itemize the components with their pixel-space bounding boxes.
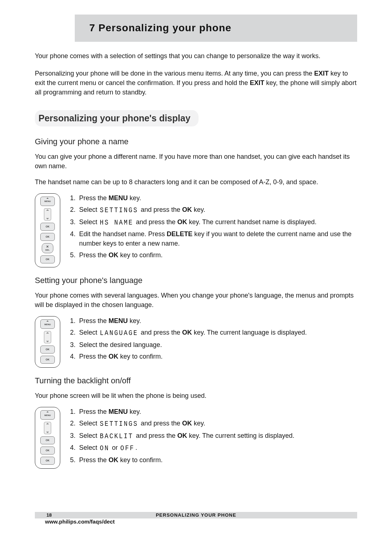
key-ok: OK	[109, 353, 118, 360]
sec2-steps-row: Press the MENU key. Select LANGUAGE and …	[35, 316, 357, 368]
text: .	[135, 444, 137, 451]
sec1-steps-row: ✕DEL Press the MENU key. Select SETTINGS…	[35, 193, 357, 267]
chapter-title-bar: 7 Personalizing your phone	[75, 15, 357, 42]
menu-key-icon	[40, 410, 55, 420]
step: Press the MENU key.	[77, 193, 357, 203]
sec1-p1: You can give your phone a different name…	[35, 152, 357, 171]
handset-keys-icon	[35, 316, 60, 368]
step: Select ON or OFF.	[77, 443, 294, 453]
ok-key-icon	[40, 346, 55, 354]
text: Press the	[79, 251, 109, 259]
text: Edit the handset name. Press	[79, 230, 167, 238]
key-exit: EXIT	[250, 79, 264, 86]
text: key. The current language is displayed.	[192, 329, 307, 336]
text: Select	[79, 432, 99, 439]
step: Select SETTINGS and press the OK key.	[77, 205, 357, 215]
intro-paragraph-2: Personalizing your phone will be done in…	[35, 69, 357, 97]
text: Press the	[79, 317, 109, 324]
text: key to confirm.	[118, 251, 163, 259]
scroll-key-icon	[44, 208, 51, 221]
scroll-key-icon	[44, 422, 51, 434]
key-ok: OK	[109, 456, 118, 464]
step: Select SETTINGS and press the OK key.	[77, 419, 294, 429]
text: Press the	[79, 194, 109, 202]
delete-key-icon: ✕DEL	[42, 243, 53, 253]
sec1-p2: The handset name can be up to 8 characte…	[35, 177, 357, 187]
text: key.	[128, 194, 141, 202]
text: Select	[79, 444, 99, 451]
text: Press the	[79, 408, 109, 415]
chapter-title: 7 Personalizing your phone	[89, 21, 232, 36]
lcd-text: ON	[99, 443, 110, 453]
sec2-p1: Your phone comes with several languages.…	[35, 291, 357, 310]
ok-key-icon	[40, 233, 55, 241]
sec3-steps-row: Press the MENU key. Select SETTINGS and …	[35, 407, 357, 469]
lcd-text: SETTINGS	[99, 419, 139, 429]
key-ok: OK	[182, 206, 192, 213]
step: Select HS NAME and press the OK key. The…	[77, 217, 357, 227]
key-delete: DELETE	[167, 230, 192, 238]
step: Select the desired language.	[77, 340, 307, 350]
sec3-steps: Press the MENU key. Select SETTINGS and …	[67, 407, 294, 467]
text: and press the	[134, 218, 177, 226]
key-ok: OK	[177, 432, 187, 439]
subheading-backlight: Turning the backlight on/off	[35, 375, 357, 387]
page: 7 Personalizing your phone Your phone co…	[0, 0, 392, 541]
intro-paragraph-1: Your phone comes with a selection of set…	[35, 51, 357, 61]
section-heading-display: Personalizing your phone's display	[35, 110, 199, 126]
ok-key-icon	[40, 457, 55, 465]
phone-key-icon	[35, 316, 60, 368]
text: Select	[79, 206, 99, 213]
key-exit: EXIT	[314, 70, 328, 77]
key-ok: OK	[182, 329, 192, 336]
lcd-text: OFF	[119, 443, 135, 453]
text: Press the	[79, 353, 109, 360]
step: Press the OK key to confirm.	[77, 250, 357, 260]
text: key.	[192, 206, 205, 213]
lcd-text: LANGUAGE	[99, 328, 139, 338]
handset-keys-icon	[35, 407, 60, 469]
text: Select the desired language.	[79, 341, 162, 348]
text: and press the	[139, 329, 182, 336]
menu-key-icon	[40, 319, 55, 329]
lcd-text: SETTINGS	[99, 205, 139, 215]
text: and press the	[139, 206, 182, 213]
step: Select LANGUAGE and press the OK key. Th…	[77, 328, 307, 338]
text: and press the	[139, 420, 182, 427]
lcd-text: HS NAME	[99, 218, 134, 228]
text: or	[110, 444, 119, 451]
text: key.	[128, 408, 141, 415]
phone-key-icon: ✕DEL	[35, 193, 60, 267]
running-title: PERSONALIZING YOUR PHONE	[156, 512, 236, 519]
text: Press the	[79, 456, 109, 464]
text: key to confirm.	[118, 456, 163, 464]
lcd-text: BACKLIT	[99, 431, 134, 441]
text: key.	[192, 420, 205, 427]
key-menu: MENU	[109, 317, 128, 324]
key-ok: OK	[177, 218, 187, 226]
key-ok: OK	[109, 251, 118, 259]
text: Select	[79, 218, 99, 226]
step: Press the MENU key.	[77, 316, 307, 326]
text: key.	[128, 317, 141, 324]
text: key. The current setting is displayed.	[187, 432, 294, 439]
sec1-steps: Press the MENU key. Select SETTINGS and …	[67, 193, 357, 262]
step: Press the OK key to confirm.	[77, 352, 307, 361]
sec3-p1: Your phone screen will be lit when the p…	[35, 391, 357, 400]
text: Select	[79, 420, 99, 427]
ok-key-icon	[40, 436, 55, 444]
step: Press the OK key to confirm.	[77, 455, 294, 465]
text: Select	[79, 329, 99, 336]
text: Personalizing your phone will be done in…	[35, 70, 314, 77]
subheading-name: Giving your phone a name	[35, 136, 357, 148]
key-menu: MENU	[109, 194, 128, 202]
menu-key-icon	[40, 197, 55, 206]
scroll-key-icon	[44, 331, 51, 343]
text: key to confirm.	[118, 353, 163, 360]
text: key. The current handset name is display…	[187, 218, 317, 226]
step: Press the MENU key.	[77, 407, 294, 416]
key-menu: MENU	[109, 408, 128, 415]
ok-key-icon	[40, 356, 55, 364]
sec2-steps: Press the MENU key. Select LANGUAGE and …	[67, 316, 307, 363]
key-ok: OK	[182, 420, 192, 427]
